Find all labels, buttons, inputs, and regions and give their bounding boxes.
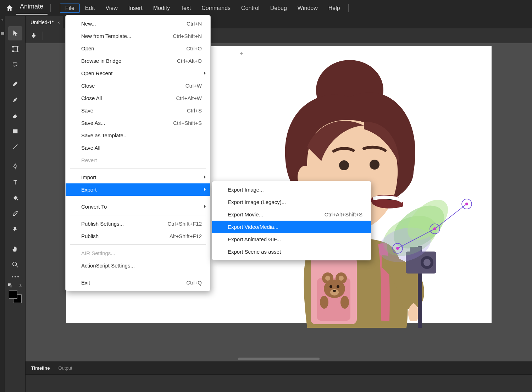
foreground-swatch[interactable] [9,290,17,299]
menu-item-label: Save as Template... [81,132,128,138]
submenu-arrow-icon [203,204,206,210]
zoom-tool[interactable] [8,258,22,272]
file-menu-item-browse-in-bridge[interactable]: Browse in BridgeCtrl+Alt+O [66,55,210,67]
panel-gutter: « [0,16,5,392]
file-menu-item-close[interactable]: CloseCtrl+W [66,79,210,92]
file-menu-item-save-as-template[interactable]: Save as Template... [66,129,210,142]
menu-item-shortcut: Ctrl+Shift+F12 [167,221,202,227]
export-menu-item-export-image-legacy[interactable]: Export Image (Legacy)... [212,196,371,208]
app-name: Animate [16,1,48,15]
default-colors-icon[interactable] [8,283,13,288]
svg-text:T: T [13,179,17,186]
menu-debug[interactable]: Debug [265,4,292,13]
menu-file[interactable]: File [60,4,80,13]
tab-output[interactable]: Output [54,363,77,374]
timeline-panel[interactable] [26,374,532,392]
swap-colors-icon[interactable] [18,283,23,288]
color-swatch-area [8,283,23,303]
line-tool[interactable] [8,140,22,154]
rectangle-tool[interactable] [8,124,22,138]
free-transform-tool[interactable] [8,42,22,56]
menu-commands[interactable]: Commands [196,4,236,13]
color-swatches[interactable] [9,290,22,303]
export-menu-item-export-movie[interactable]: Export Movie...Ctrl+Alt+Shift+S [212,208,371,221]
file-menu-item-close-all[interactable]: Close AllCtrl+Alt+W [66,92,210,104]
horizontal-scrollbar[interactable] [238,358,320,360]
file-menu-item-export[interactable]: Export [66,183,210,196]
pen-tool[interactable] [8,160,22,174]
menu-item-label: Close [81,83,95,89]
file-menu-item-new-from-template[interactable]: New from Template...Ctrl+Shift+N [66,30,210,42]
selection-tool[interactable] [8,26,22,40]
pin-tool[interactable] [8,222,22,236]
menu-item-shortcut: Ctrl+O [186,45,202,51]
file-menu-item-exit[interactable]: ExitCtrl+Q [66,276,210,289]
menubar: Animate FileEditViewInsertModifyTextComm… [0,0,532,16]
file-menu-item-save-all[interactable]: Save All [66,142,210,154]
registration-point-icon: + [240,50,243,57]
menu-item-label: Save [81,107,93,114]
menu-insert[interactable]: Insert [123,4,148,13]
export-menu-item-export-scene-as-asset[interactable]: Export Scene as asset [212,245,371,258]
svg-rect-5 [13,129,17,133]
lasso-tool[interactable] [8,57,22,72]
lasso-tool-icon [11,61,19,68]
menu-item-shortcut: Ctrl+Alt+W [176,95,202,101]
file-menu-item-save[interactable]: SaveCtrl+S [66,104,210,117]
menu-window[interactable]: Window [292,4,323,13]
export-menu-item-export-image[interactable]: Export Image... [212,183,371,196]
menu-item-label: Export Image (Legacy)... [228,199,286,205]
close-icon[interactable]: × [57,20,60,25]
menu-help[interactable]: Help [323,4,345,13]
menu-view[interactable]: View [100,4,123,13]
home-button[interactable] [4,2,16,14]
file-menu-item-new[interactable]: New...Ctrl+N [66,17,210,30]
line-tool-icon [11,143,19,151]
brush-tool[interactable] [8,77,22,92]
eraser-tool[interactable] [8,109,22,123]
file-menu-item-save-as[interactable]: Save As...Ctrl+Shift+S [66,117,210,129]
export-menu-item-export-animated-gif[interactable]: Export Animated GIF... [212,233,371,245]
expand-panel-icon[interactable]: « [1,18,4,22]
document-tab[interactable]: Untitled-1* × [26,16,63,28]
file-menu-item-import[interactable]: Import [66,171,210,183]
menu-item-label: Publish [81,233,99,239]
svg-point-28 [333,290,336,292]
classic-brush-tool-icon [11,96,19,104]
file-menu-item-publish-settings[interactable]: Publish Settings...Ctrl+Shift+F12 [66,217,210,230]
menu-item-label: Close All [81,95,102,101]
file-menu-item-air-settings: AIR Settings... [66,247,210,259]
text-tool[interactable]: T [8,175,22,189]
file-menu-item-convert-to[interactable]: Convert To [66,200,210,213]
file-menu-item-open[interactable]: OpenCtrl+O [66,42,210,55]
tab-timeline[interactable]: Timeline [27,363,54,374]
file-menu-item-actionscript-settings[interactable]: ActionScript Settings... [66,259,210,272]
menu-modify[interactable]: Modify [148,4,175,13]
classic-brush-tool[interactable] [8,93,22,107]
svg-point-26 [337,285,339,288]
svg-point-23 [339,276,344,281]
menu-item-shortcut: Ctrl+W [185,83,202,89]
menu-item-label: AIR Settings... [81,250,115,256]
export-menu-item-export-video-media[interactable]: Export Video/Media... [212,221,371,233]
menu-edit[interactable]: Edit [80,4,100,13]
menu-text[interactable]: Text [175,4,196,13]
submenu-arrow-icon [203,187,206,193]
more-tools-icon[interactable] [12,276,19,277]
pen-tool-icon [11,163,19,171]
file-menu-item-open-recent[interactable]: Open Recent [66,67,210,79]
file-menu-item-publish[interactable]: PublishAlt+Shift+F12 [66,230,210,242]
hand-tool[interactable] [8,242,22,256]
svg-point-1 [12,46,13,48]
menu-item-label: Convert To [81,204,107,210]
menu-control[interactable]: Control [236,4,265,13]
svg-line-6 [13,145,17,149]
menu-item-label: Import [81,174,96,180]
svg-point-29 [320,296,328,309]
scene-button[interactable] [28,31,39,41]
motion-path-overlay [364,186,477,282]
panel-menu-icon[interactable] [1,32,4,35]
eyedropper-tool[interactable] [8,206,22,221]
paint-bucket-tool[interactable] [8,191,22,205]
svg-point-4 [17,51,18,52]
